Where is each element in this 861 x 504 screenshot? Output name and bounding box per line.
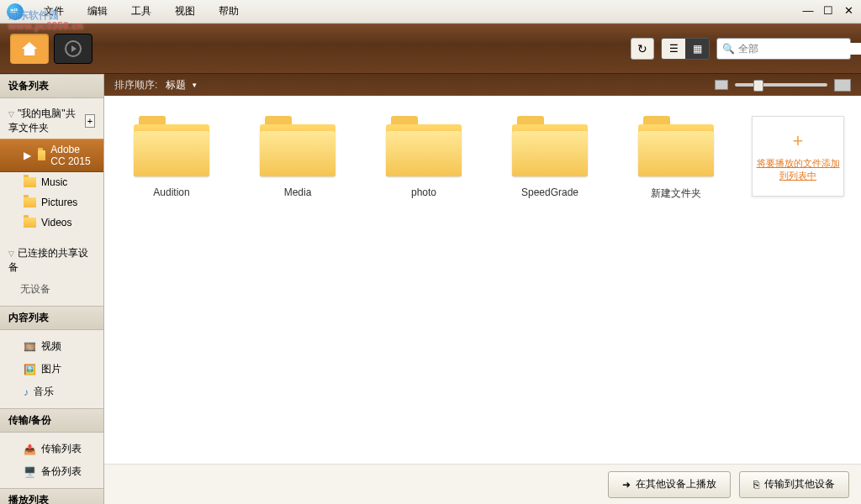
folder-grid: Audition Media photo SpeedGrade 新建文件夹 + … <box>104 96 861 504</box>
folder-icon <box>260 116 335 176</box>
view-toggle: ☰ ▦ <box>661 38 710 60</box>
play-icon <box>65 40 82 57</box>
plus-icon: + <box>793 130 804 152</box>
folder-photo[interactable]: photo <box>373 116 474 198</box>
sidebar-item-pictures[interactable]: Pictures <box>0 192 103 213</box>
content-item-image[interactable]: 🖼️图片 <box>0 358 103 381</box>
folder-media[interactable]: Media <box>247 116 348 198</box>
folder-icon <box>24 197 36 207</box>
play-button[interactable] <box>54 34 92 64</box>
zoom-slider[interactable] <box>735 83 827 87</box>
folder-icon <box>38 150 45 160</box>
folder-icon <box>134 116 209 176</box>
content-list-header: 内容列表 <box>0 306 103 330</box>
menu-edit[interactable]: 编辑 <box>76 1 119 22</box>
view-grid-button[interactable]: ▦ <box>685 39 709 59</box>
toolbar: ↻ ☰ ▦ 🔍 <box>0 24 861 74</box>
device-list-header: 设备列表 <box>0 74 103 98</box>
playlist-header: 播放列表 <box>0 488 103 504</box>
close-button[interactable]: ✕ <box>841 3 856 17</box>
menu-help[interactable]: 帮助 <box>207 1 251 22</box>
folder-speedgrade[interactable]: SpeedGrade <box>499 116 600 198</box>
home-button[interactable] <box>10 34 49 64</box>
folder-icon <box>386 116 462 176</box>
add-folder-button[interactable]: + <box>85 114 95 128</box>
sort-bar: 排序顺序: 标题▼ <box>104 74 861 96</box>
transfer-to-other-button[interactable]: ⎘传输到其他设备 <box>739 471 849 498</box>
sidebar: 设备列表 ▽"我的电脑"共享文件夹 + ▶ Adobe CC 2015 Musi… <box>0 74 104 504</box>
folder-icon <box>24 218 36 228</box>
transfer-header: 传输/备份 <box>0 408 103 433</box>
sidebar-item-adobe[interactable]: ▶ Adobe CC 2015 <box>0 139 103 172</box>
menu-view[interactable]: 视图 <box>163 1 207 22</box>
refresh-button[interactable]: ↻ <box>631 38 654 60</box>
backup-icon: 🖥️ <box>24 466 36 478</box>
cast-icon: ➜ <box>622 479 631 491</box>
my-computer-group[interactable]: ▽"我的电脑"共享文件夹 + <box>0 103 103 139</box>
home-icon <box>22 42 37 55</box>
bottom-action-bar: ➜在其他设备上播放 ⎘传输到其他设备 <box>104 464 861 504</box>
image-icon: 🖼️ <box>24 364 36 375</box>
sort-dropdown[interactable]: 标题▼ <box>166 78 198 92</box>
chevron-down-icon: ▼ <box>191 81 198 89</box>
folder-icon <box>638 116 714 176</box>
thumb-large-icon <box>834 79 851 92</box>
video-icon: 🎞️ <box>24 341 36 353</box>
folder-audition[interactable]: Audition <box>121 116 222 198</box>
copy-icon: ⎘ <box>753 479 759 491</box>
no-device-label: 无设备 <box>0 278 103 301</box>
transfer-icon: 📤 <box>24 444 36 455</box>
search-input[interactable] <box>738 43 861 55</box>
thumb-small-icon <box>715 80 728 90</box>
app-logo-icon <box>7 3 24 20</box>
folder-icon <box>24 177 36 187</box>
content-item-video[interactable]: 🎞️视频 <box>0 335 103 358</box>
backup-list-item[interactable]: 🖥️备份列表 <box>0 460 103 483</box>
connected-devices-group[interactable]: ▽已连接的共享设备 <box>0 243 103 278</box>
content-area: 排序顺序: 标题▼ Audition Media photo <box>104 74 861 504</box>
sidebar-item-videos[interactable]: Videos <box>0 213 103 233</box>
search-box[interactable]: 🔍 <box>716 38 851 60</box>
content-item-music[interactable]: ♪音乐 <box>0 381 103 403</box>
menu-tools[interactable]: 工具 <box>119 1 163 22</box>
music-icon: ♪ <box>24 386 29 398</box>
menu-file[interactable]: 文件 <box>32 1 76 22</box>
transfer-list-item[interactable]: 📤传输列表 <box>0 438 103 460</box>
search-icon: 🔍 <box>722 43 735 55</box>
play-on-other-button[interactable]: ➜在其他设备上播放 <box>608 471 731 498</box>
folder-new[interactable]: 新建文件夹 <box>626 116 726 201</box>
maximize-button[interactable]: ☐ <box>821 3 836 17</box>
minimize-button[interactable]: — <box>800 3 816 17</box>
add-files-tile[interactable]: + 将要播放的文件添加到列表中 <box>752 116 844 197</box>
view-list-button[interactable]: ☰ <box>662 39 685 59</box>
menu-bar: 文件 编辑 工具 视图 帮助 — ☐ ✕ <box>0 0 861 24</box>
folder-icon <box>512 116 588 176</box>
sidebar-item-music[interactable]: Music <box>0 172 103 192</box>
refresh-icon: ↻ <box>637 42 647 55</box>
sort-label: 排序顺序: <box>114 78 157 92</box>
